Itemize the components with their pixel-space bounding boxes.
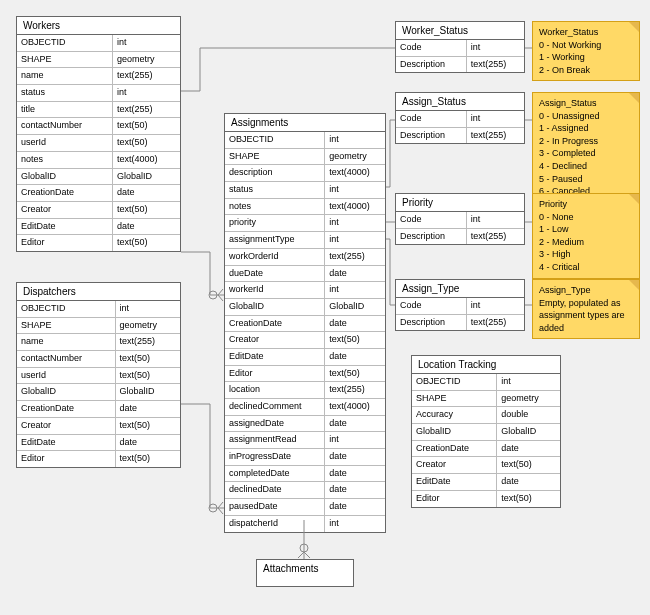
table-row: Codeint [396, 298, 524, 314]
table-row: EditDatedate [412, 474, 560, 491]
table-row: Accuracydouble [412, 407, 560, 424]
table-cell: int [466, 111, 524, 127]
entity-columns: OBJECTIDintSHAPEgeometryAccuracydoubleGl… [412, 374, 560, 507]
svg-point-1 [209, 504, 217, 512]
table-cell: userId [17, 367, 115, 384]
table-cell: text(255) [113, 101, 180, 118]
table-cell: int [325, 232, 385, 249]
table-cell: Description [396, 56, 466, 72]
table-cell: int [115, 301, 180, 317]
table-cell: text(255) [113, 68, 180, 85]
table-cell: date [325, 465, 385, 482]
table-row: SHAPEgeometry [17, 51, 180, 68]
table-row: OBJECTIDint [225, 132, 385, 148]
table-row: priorityint [225, 215, 385, 232]
table-cell: Editor [17, 235, 113, 251]
table-row: Creatortext(50) [412, 457, 560, 474]
table-cell: int [325, 182, 385, 199]
table-row: GlobalIDGlobalID [225, 298, 385, 315]
table-row: Creatortext(50) [17, 417, 180, 434]
entity-assign-status: Assign_Status CodeintDescriptiontext(255… [395, 92, 525, 144]
table-row: statusint [225, 182, 385, 199]
table-row: titletext(255) [17, 101, 180, 118]
table-cell: Code [396, 40, 466, 56]
table-row: userIdtext(50) [17, 135, 180, 152]
table-cell: text(50) [115, 367, 180, 384]
table-row: Descriptiontext(255) [396, 314, 524, 330]
table-cell: text(4000) [325, 165, 385, 182]
table-cell: Editor [17, 451, 115, 467]
table-row: workerIdint [225, 282, 385, 299]
table-row: Editortext(50) [225, 365, 385, 382]
table-cell: text(255) [466, 314, 524, 330]
table-cell: CreationDate [412, 440, 497, 457]
table-cell: OBJECTID [412, 374, 497, 390]
table-cell: date [497, 440, 560, 457]
table-row: dueDatedate [225, 265, 385, 282]
table-cell: geometry [115, 317, 180, 334]
table-cell: text(50) [497, 457, 560, 474]
table-cell: Description [396, 228, 466, 244]
table-row: descriptiontext(4000) [225, 165, 385, 182]
table-cell: text(50) [497, 490, 560, 506]
table-row: assignmentReadint [225, 432, 385, 449]
table-row: GlobalIDGlobalID [17, 168, 180, 185]
table-cell: date [325, 482, 385, 499]
entity-title: Assign_Status [396, 93, 524, 111]
table-cell: declinedComment [225, 399, 325, 416]
table-row: SHAPEgeometry [225, 148, 385, 165]
table-cell: status [225, 182, 325, 199]
table-cell: text(255) [466, 228, 524, 244]
table-row: assignmentTypeint [225, 232, 385, 249]
entity-columns: CodeintDescriptiontext(255) [396, 212, 524, 244]
table-cell: EditDate [17, 434, 115, 451]
table-cell: int [325, 132, 385, 148]
table-cell: double [497, 407, 560, 424]
table-cell: completedDate [225, 465, 325, 482]
entity-dispatchers: Dispatchers OBJECTIDintSHAPEgeometryname… [16, 282, 181, 468]
table-cell: Description [396, 127, 466, 143]
table-cell: CreationDate [225, 315, 325, 332]
table-row: Codeint [396, 40, 524, 56]
table-row: contactNumbertext(50) [17, 351, 180, 368]
svg-point-0 [209, 291, 217, 299]
entity-columns: OBJECTIDintSHAPEgeometrynametext(255)con… [17, 301, 180, 467]
table-cell: Creator [412, 457, 497, 474]
table-cell: assignedDate [225, 415, 325, 432]
table-row: Descriptiontext(255) [396, 56, 524, 72]
table-row: Creatortext(50) [225, 332, 385, 349]
table-row: assignedDatedate [225, 415, 385, 432]
table-row: workOrderIdtext(255) [225, 248, 385, 265]
entity-assignments: Assignments OBJECTIDintSHAPEgeometrydesc… [224, 113, 386, 533]
table-cell: date [113, 185, 180, 202]
table-cell: name [17, 68, 113, 85]
table-cell: notes [225, 198, 325, 215]
note-body: 0 - None1 - Low2 - Medium3 - High4 - Cri… [539, 212, 584, 272]
table-cell: date [325, 348, 385, 365]
table-cell: Accuracy [412, 407, 497, 424]
table-row: GlobalIDGlobalID [17, 384, 180, 401]
table-cell: Creator [17, 201, 113, 218]
table-cell: workOrderId [225, 248, 325, 265]
table-cell: OBJECTID [17, 301, 115, 317]
table-cell: dueDate [225, 265, 325, 282]
table-cell: date [325, 449, 385, 466]
table-cell: GlobalID [497, 424, 560, 441]
entity-attachments: Attachments [256, 559, 354, 587]
table-row: CreationDatedate [17, 185, 180, 202]
table-row: OBJECTIDint [412, 374, 560, 390]
table-cell: GlobalID [325, 298, 385, 315]
entity-columns: CodeintDescriptiontext(255) [396, 40, 524, 72]
table-cell: text(255) [325, 382, 385, 399]
table-cell: workerId [225, 282, 325, 299]
table-row: notestext(4000) [225, 198, 385, 215]
note-title: Assign_Type [539, 285, 591, 295]
table-cell: GlobalID [115, 384, 180, 401]
table-cell: contactNumber [17, 351, 115, 368]
table-row: userIdtext(50) [17, 367, 180, 384]
table-cell: GlobalID [17, 168, 113, 185]
table-row: CreationDatedate [17, 401, 180, 418]
entity-columns: OBJECTIDintSHAPEgeometrynametext(255)sta… [17, 35, 180, 251]
note-worker-status: Worker_Status 0 - Not Working1 - Working… [532, 21, 640, 81]
note-assign-status: Assign_Status 0 - Unassigned1 - Assigned… [532, 92, 640, 203]
